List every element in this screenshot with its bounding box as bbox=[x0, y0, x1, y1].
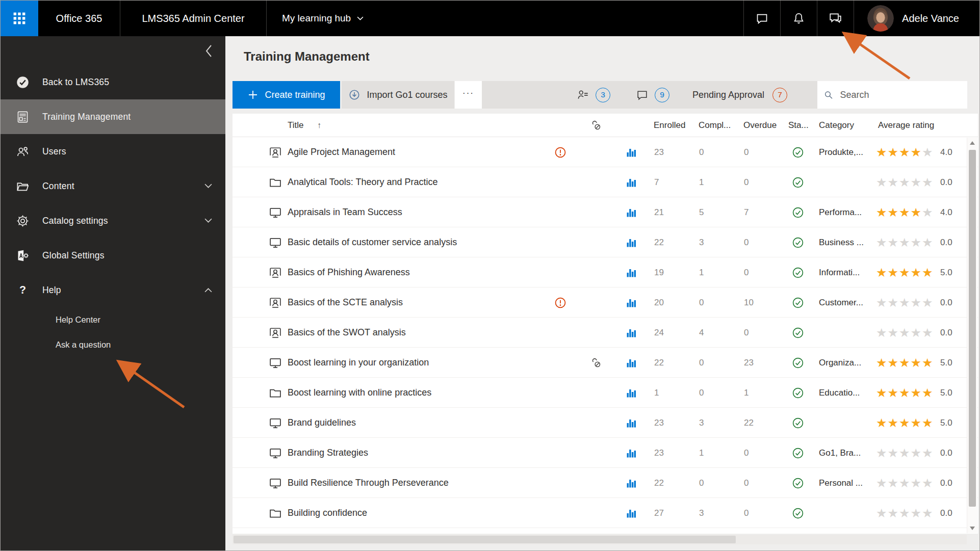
training-title[interactable]: Branding Strategies bbox=[288, 438, 368, 468]
sidebar-item-help[interactable]: ? Help bbox=[1, 273, 225, 307]
table-row[interactable]: Appraisals in Team Success 21 5 7 Perfor… bbox=[233, 197, 978, 227]
import-go1-button[interactable]: Import Go1 courses bbox=[342, 81, 454, 109]
people-icon bbox=[16, 145, 30, 159]
enrolled-count: 23 bbox=[654, 438, 664, 468]
sidebar-sub-item-help-center[interactable]: Help Center bbox=[1, 307, 225, 332]
training-title[interactable]: Basics of the SCTE analysis bbox=[288, 287, 403, 318]
horizontal-scrollbar-thumb[interactable] bbox=[234, 536, 736, 543]
training-title[interactable]: Appraisals in Team Success bbox=[288, 197, 402, 227]
course-icon bbox=[268, 438, 282, 468]
column-header-status[interactable]: Sta... bbox=[788, 114, 809, 137]
completed-count: 0 bbox=[699, 137, 704, 167]
star-empty-icon: ★ bbox=[922, 477, 934, 489]
column-header-catalog-visibility[interactable] bbox=[589, 114, 603, 137]
star-empty-icon: ★ bbox=[876, 327, 888, 339]
training-title[interactable]: Basics of the SWOT analysis bbox=[288, 318, 406, 348]
table-row[interactable]: Brand guidelines 23 3 22 ★★★★★ 5.0 bbox=[233, 408, 978, 438]
rating-stars: ★★★★★ bbox=[876, 257, 934, 287]
statistics-chart-icon[interactable] bbox=[625, 378, 637, 408]
rating-value: 0.0 bbox=[940, 318, 952, 348]
column-header-average-rating[interactable]: Average rating bbox=[878, 114, 934, 137]
sidebar-item-training-management[interactable]: Training Management bbox=[1, 99, 225, 134]
table-row[interactable]: Branding Strategies 23 1 0 Go1, Bra... ★… bbox=[233, 438, 978, 468]
training-title[interactable]: Boost learning with online practices bbox=[288, 378, 431, 408]
sidebar-item-users[interactable]: Users bbox=[1, 134, 225, 169]
scroll-down-arrow[interactable] bbox=[967, 524, 977, 532]
sidebar-item-content[interactable]: Content bbox=[1, 169, 225, 203]
training-title[interactable]: Build Resilience Through Perseverance bbox=[288, 468, 449, 498]
statistics-chart-icon[interactable] bbox=[625, 438, 637, 468]
alert-icon bbox=[554, 257, 567, 287]
statistics-chart-icon[interactable] bbox=[625, 348, 637, 378]
table-row[interactable]: Building confidence 27 3 0 ★★★★★ 0.0 bbox=[233, 498, 978, 528]
table-row[interactable]: Boost learning in your organization 22 0… bbox=[233, 348, 978, 378]
table-row[interactable]: Basics of the SWOT analysis 24 4 0 ★★★★★… bbox=[233, 318, 978, 348]
scroll-up-arrow[interactable] bbox=[967, 139, 977, 147]
table-row[interactable]: Basics of Phishing Awareness 19 1 0 Info… bbox=[233, 257, 978, 287]
training-title[interactable]: Analytical Tools: Theory and Practice bbox=[288, 167, 438, 197]
rating-value: 0.0 bbox=[940, 227, 952, 257]
star-empty-icon: ★ bbox=[899, 237, 911, 249]
star-filled-icon: ★ bbox=[876, 357, 888, 369]
notifications-button[interactable] bbox=[781, 1, 817, 36]
table-row[interactable]: Basic details of customer service analys… bbox=[233, 227, 978, 257]
overdue-count: 0 bbox=[744, 468, 749, 498]
alert-icon bbox=[554, 498, 567, 528]
statistics-chart-icon[interactable] bbox=[625, 197, 637, 227]
more-commands-button[interactable]: ··· bbox=[455, 81, 482, 109]
column-header-category[interactable]: Category bbox=[819, 114, 854, 137]
feedback-button[interactable] bbox=[817, 1, 854, 36]
sidebar-item-back-to-lms365[interactable]: Back to LMS365 bbox=[1, 65, 225, 99]
user-name: Adele Vance bbox=[902, 13, 959, 24]
comments-button[interactable]: 9 bbox=[636, 81, 669, 109]
statistics-chart-icon[interactable] bbox=[625, 227, 637, 257]
statistics-chart-icon[interactable] bbox=[625, 287, 637, 318]
table-row[interactable]: Agile Project Management 23 0 0 Produkte… bbox=[233, 137, 978, 167]
column-header-enrolled[interactable]: Enrolled bbox=[654, 114, 685, 137]
completed-count: 1 bbox=[699, 438, 704, 468]
enrolled-count: 23 bbox=[654, 137, 664, 167]
table-row[interactable]: Basics of the SCTE analysis 20 0 10 Cust… bbox=[233, 287, 978, 318]
admin-center-link[interactable]: LMS365 Admin Center bbox=[120, 1, 266, 36]
table-row[interactable]: Boost learning with online practices 1 0… bbox=[233, 378, 978, 408]
statistics-chart-icon[interactable] bbox=[625, 468, 637, 498]
sidebar-collapse-button[interactable] bbox=[200, 42, 217, 60]
table-row[interactable]: Analytical Tools: Theory and Practice 7 … bbox=[233, 167, 978, 197]
training-title[interactable]: Building confidence bbox=[288, 498, 367, 528]
training-table: Title ↑ Enrolled Compl... Overdue Sta...… bbox=[233, 114, 978, 534]
table-row[interactable]: Build Resilience Through Perseverance 22… bbox=[233, 468, 978, 498]
statistics-chart-icon[interactable] bbox=[625, 137, 637, 167]
vertical-scrollbar[interactable] bbox=[967, 138, 977, 533]
statistics-chart-icon[interactable] bbox=[625, 408, 637, 438]
sidebar-item-global-settings[interactable]: Global Settings bbox=[1, 238, 225, 273]
sidebar-item-catalog-settings[interactable]: Catalog settings bbox=[1, 203, 225, 238]
app-launcher-button[interactable] bbox=[1, 1, 38, 36]
statistics-chart-icon[interactable] bbox=[625, 498, 637, 528]
office365-home-link[interactable]: Office 365 bbox=[38, 1, 120, 36]
training-title[interactable]: Basics of Phishing Awareness bbox=[288, 257, 410, 287]
search-input[interactable] bbox=[839, 89, 961, 101]
pending-approval-button[interactable]: Pending Approval 7 bbox=[692, 81, 787, 109]
vertical-scrollbar-thumb[interactable] bbox=[969, 150, 976, 507]
sidebar-sub-item-ask-a-question[interactable]: Ask a question bbox=[1, 332, 225, 357]
chat-button[interactable] bbox=[744, 1, 780, 36]
star-filled-icon: ★ bbox=[911, 267, 922, 279]
learning-hub-menu[interactable]: My learning hub bbox=[267, 1, 379, 36]
column-header-title[interactable]: Title bbox=[288, 114, 304, 137]
enrollment-requests-button[interactable]: 3 bbox=[576, 81, 610, 109]
training-title[interactable]: Brand guidelines bbox=[288, 408, 356, 438]
column-header-overdue[interactable]: Overdue bbox=[743, 114, 777, 137]
training-title[interactable]: Boost learning in your organization bbox=[288, 348, 429, 378]
training-title[interactable]: Basic details of customer service analys… bbox=[288, 227, 457, 257]
training-title[interactable]: Agile Project Management bbox=[288, 137, 395, 167]
statistics-chart-icon[interactable] bbox=[625, 318, 637, 348]
account-menu[interactable]: Adele Vance bbox=[854, 1, 979, 36]
column-header-completed[interactable]: Compl... bbox=[699, 114, 731, 137]
overdue-count: 0 bbox=[744, 318, 749, 348]
star-filled-icon: ★ bbox=[888, 206, 899, 219]
horizontal-scrollbar[interactable] bbox=[233, 535, 967, 544]
statistics-chart-icon[interactable] bbox=[625, 257, 637, 287]
create-training-button[interactable]: Create training bbox=[233, 81, 340, 109]
alert-icon bbox=[554, 438, 567, 468]
statistics-chart-icon[interactable] bbox=[625, 167, 637, 197]
